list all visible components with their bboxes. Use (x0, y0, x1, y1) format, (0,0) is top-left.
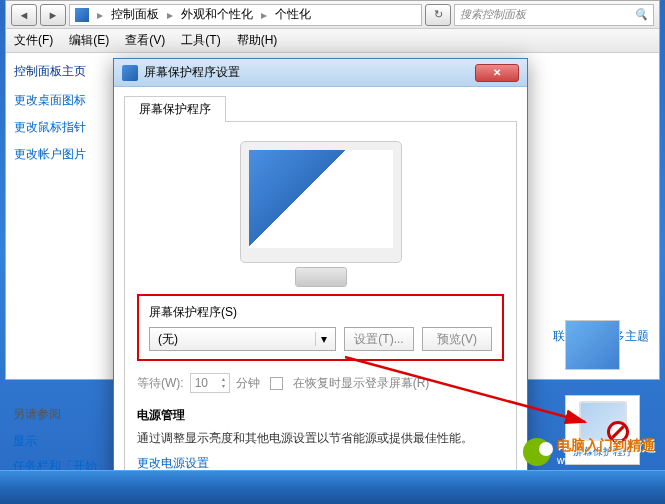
breadcrumb-sep: ▸ (167, 8, 173, 22)
wait-row: 等待(W): 10 ▴▾ 分钟 在恢复时显示登录屏幕(R) (137, 373, 504, 393)
wait-label: 等待(W): (137, 375, 184, 392)
sidebar-link-account-picture[interactable]: 更改帐户图片 (14, 146, 108, 163)
nav-back-button[interactable]: ◄ (11, 4, 37, 26)
sidebar-link-desktop-icons[interactable]: 更改桌面图标 (14, 92, 108, 109)
breadcrumb[interactable]: ▸ 控制面板 ▸ 外观和个性化 ▸ 个性化 (69, 4, 422, 26)
screensaver-section-label: 屏幕保护程序(S) (149, 304, 492, 321)
screensaver-icon (579, 401, 627, 441)
breadcrumb-root[interactable]: 控制面板 (111, 6, 159, 23)
resume-checkbox-label: 在恢复时显示登录屏幕(R) (293, 375, 430, 392)
window-header: ◄ ► ▸ 控制面板 ▸ 外观和个性化 ▸ 个性化 ↻ 搜索控制面板 🔍 (6, 1, 659, 29)
power-description: 通过调整显示亮度和其他电源设置以节省能源或提供最佳性能。 (137, 430, 504, 447)
breadcrumb-leaf[interactable]: 个性化 (275, 6, 311, 23)
dialog-tabs: 屏幕保护程序 屏幕保护程序(S) (无) ▾ 设置(T)... 预览(V) 等待… (124, 95, 517, 485)
theme-thumbnail[interactable] (565, 320, 620, 370)
preview-button[interactable]: 预览(V) (422, 327, 492, 351)
menu-help[interactable]: 帮助(H) (237, 32, 278, 49)
screensaver-row: (无) ▾ 设置(T)... 预览(V) (149, 327, 492, 351)
menu-tools[interactable]: 工具(T) (181, 32, 220, 49)
dialog-title: 屏幕保护程序设置 (144, 64, 469, 81)
wait-spinner[interactable]: 10 ▴▾ (190, 373, 230, 393)
nav-forward-button[interactable]: ► (40, 4, 66, 26)
breadcrumb-sep: ▸ (261, 8, 267, 22)
power-section: 电源管理 通过调整显示亮度和其他电源设置以节省能源或提供最佳性能。 更改电源设置 (137, 407, 504, 472)
screensaver-dropdown[interactable]: (无) ▾ (149, 327, 336, 351)
search-placeholder: 搜索控制面板 (460, 7, 526, 22)
monitor-stand (296, 268, 346, 286)
dropdown-value: (无) (158, 331, 178, 348)
tab-content: 屏幕保护程序(S) (无) ▾ 设置(T)... 预览(V) 等待(W): 10… (124, 121, 517, 485)
wait-unit: 分钟 (236, 375, 260, 392)
search-icon: 🔍 (634, 8, 648, 21)
watermark-text: 电脑入门到精通 (557, 437, 655, 455)
screensaver-settings-dialog: 屏幕保护程序设置 ✕ 屏幕保护程序 屏幕保护程序(S) (无) ▾ 设置(T).… (113, 58, 528, 498)
sidebar: 控制面板主页 更改桌面图标 更改鼠标指针 更改帐户图片 (6, 53, 116, 379)
close-button[interactable]: ✕ (475, 64, 519, 82)
resume-checkbox[interactable] (270, 377, 283, 390)
sidebar-title[interactable]: 控制面板主页 (14, 63, 108, 80)
menu-file[interactable]: 文件(F) (14, 32, 53, 49)
tab-screensaver[interactable]: 屏幕保护程序 (124, 96, 226, 122)
refresh-button[interactable]: ↻ (425, 4, 451, 26)
wait-value: 10 (195, 376, 208, 390)
breadcrumb-icon (75, 8, 89, 22)
dialog-titlebar[interactable]: 屏幕保护程序设置 ✕ (114, 59, 527, 87)
menu-edit[interactable]: 编辑(E) (69, 32, 109, 49)
settings-button[interactable]: 设置(T)... (344, 327, 414, 351)
monitor-preview (241, 142, 401, 262)
watermark-url: www.58116.cn (557, 455, 655, 466)
breadcrumb-sep: ▸ (97, 8, 103, 22)
chevron-down-icon: ▾ (315, 332, 331, 346)
sidebar-link-mouse-pointer[interactable]: 更改鼠标指针 (14, 119, 108, 136)
taskbar[interactable] (0, 470, 665, 504)
monitor-screen (249, 150, 393, 248)
see-also-display[interactable]: 显示 (13, 433, 113, 450)
dialog-icon (122, 65, 138, 81)
watermark: 电脑入门到精通 www.58116.cn (523, 437, 655, 466)
highlighted-section: 屏幕保护程序(S) (无) ▾ 设置(T)... 预览(V) (137, 294, 504, 361)
see-also-title: 另请参阅 (13, 406, 113, 423)
power-title: 电源管理 (137, 407, 504, 424)
spinner-buttons[interactable]: ▴▾ (222, 376, 225, 390)
menu-view[interactable]: 查看(V) (125, 32, 165, 49)
watermark-logo-icon (523, 438, 551, 466)
breadcrumb-mid[interactable]: 外观和个性化 (181, 6, 253, 23)
menu-bar: 文件(F) 编辑(E) 查看(V) 工具(T) 帮助(H) (6, 29, 659, 53)
search-input[interactable]: 搜索控制面板 🔍 (454, 4, 654, 26)
